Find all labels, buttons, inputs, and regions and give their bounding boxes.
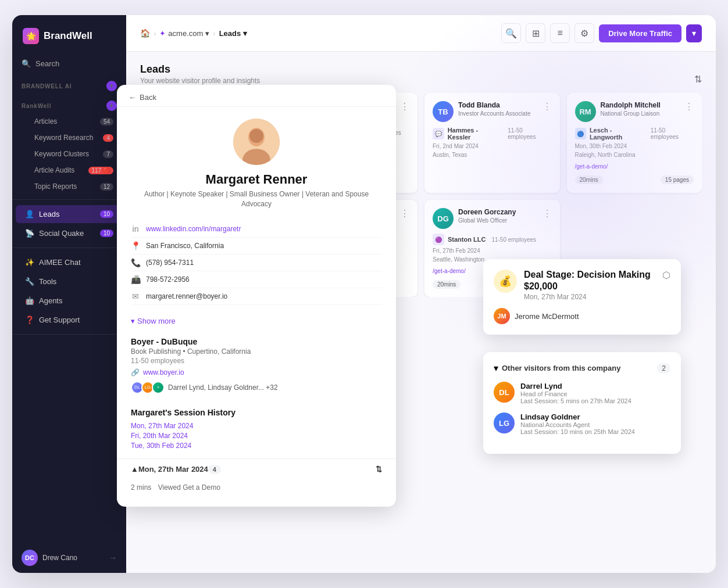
- deal-card[interactable]: 💰 Deal Stage: Decision Making $20,000 Mo…: [483, 259, 681, 335]
- profile-name: Margaret Renner: [129, 172, 384, 187]
- lead-card-todd[interactable]: TB Todd Blanda Investor Accounts Associa…: [424, 93, 560, 193]
- linkedin-link[interactable]: www.linkedin.com/in/margaretr: [146, 225, 241, 233]
- search-button[interactable]: 🔍: [501, 23, 521, 43]
- drive-traffic-dropdown[interactable]: ▾: [686, 24, 702, 42]
- session-section: Margaret's Session History Mon, 27th Mar…: [117, 401, 396, 458]
- info-email: ✉ margaret.renner@boyer.io: [131, 288, 382, 305]
- info-phone2: 📠 798-572-2956: [131, 271, 382, 288]
- company-website[interactable]: 🔗 www.boyer.io: [131, 368, 382, 377]
- sidebar-item-agents[interactable]: 🤖 Agents: [16, 292, 123, 310]
- social-quake-icon: 📡: [25, 229, 34, 238]
- search-item[interactable]: 🔍 Search: [12, 55, 126, 76]
- sort-button[interactable]: ⇅: [694, 74, 702, 85]
- sidebar-item-social-quake[interactable]: 📡 Social Quake 10: [16, 224, 123, 242]
- session-history-title: Margaret's Session History: [131, 408, 382, 417]
- card-menu-button[interactable]: ⋮: [543, 101, 552, 112]
- svg-point-3: [249, 129, 263, 143]
- card-menu-button[interactable]: ⋮: [400, 101, 409, 112]
- aimee-icon: ✨: [25, 258, 34, 267]
- add-brandwell-button[interactable]: +: [106, 81, 117, 91]
- visitor-session: Last Session: 10 mins on 25th Mar 2024: [520, 428, 635, 435]
- leads-icon: 👤: [25, 210, 34, 218]
- deal-icon: 💰: [494, 270, 517, 293]
- company-icon: 🔵: [575, 128, 586, 139]
- main-header: 🏠 › ✦ acme.com ▾ › Leads ▾ 🔍 ⊞ ≡ ⚙ Drive…: [126, 15, 716, 52]
- visitors-count: 2: [657, 363, 670, 374]
- card-link[interactable]: /get-a-demo/: [575, 163, 608, 170]
- back-button[interactable]: ← Back: [117, 85, 396, 107]
- deal-person-avatar: JM: [494, 308, 510, 324]
- leads-subtitle: Your website visitor profile and insight…: [140, 77, 260, 85]
- user-name: Drew Cano: [42, 554, 104, 562]
- company-icon: 🟣: [433, 234, 444, 245]
- sidebar-item-articles[interactable]: Articles 54: [16, 114, 123, 129]
- show-more-button[interactable]: ▾ Show more: [117, 312, 190, 330]
- lead-card-randolph[interactable]: RM Randolph Mitchell National Group Liai…: [567, 93, 702, 193]
- settings-button[interactable]: ⚙: [574, 23, 594, 43]
- info-location: 📍 San Francisco, California: [131, 238, 382, 254]
- add-rankwell-button[interactable]: +: [106, 101, 117, 111]
- sidebar-item-leads[interactable]: 👤 Leads 10: [16, 205, 123, 223]
- card-menu-button[interactable]: ⋮: [543, 208, 552, 219]
- time-badge: 20mins: [433, 280, 461, 289]
- breadcrumb-leads[interactable]: Leads ▾: [219, 29, 248, 38]
- session-entry: 2 mins Viewed Get a Demo: [117, 480, 396, 495]
- sort-session-icon[interactable]: ⇅: [376, 465, 382, 474]
- card-role: Investor Accounts Associate: [458, 110, 538, 117]
- session-date-2[interactable]: Fri, 20th Mar 2024: [131, 432, 382, 440]
- time-badge: 20mins: [575, 175, 603, 184]
- breadcrumb: 🏠 › ✦ acme.com ▾ › Leads ▾: [140, 28, 494, 38]
- card-location: Austin, Texas: [433, 152, 552, 158]
- session-date-1[interactable]: Mon, 27th Mar 2024: [131, 422, 382, 430]
- logout-icon[interactable]: →: [109, 553, 117, 562]
- home-icon[interactable]: 🏠: [140, 28, 150, 38]
- sidebar-item-get-support[interactable]: ❓ Get Support: [16, 311, 123, 329]
- external-link-icon[interactable]: ⬡: [662, 270, 670, 281]
- sidebar-item-topic-reports[interactable]: Topic Reports 12: [16, 179, 123, 194]
- card-link[interactable]: /get-a-demo/: [433, 268, 466, 274]
- company-section-size: 11-50 employees: [131, 357, 382, 365]
- coworker-avatar: +: [152, 381, 165, 394]
- visitor-row-1: DL Darrel Lynd Head of Finance Last Sess…: [494, 382, 670, 404]
- drive-traffic-button[interactable]: Drive More Traffic: [599, 24, 681, 42]
- tools-icon: 🔧: [25, 277, 34, 286]
- sidebar-item-keyword-research[interactable]: Keyword Research 4: [16, 130, 123, 145]
- card-role: National Group Liaison: [601, 110, 680, 117]
- deal-person: JM Jerome McDermott: [494, 308, 670, 324]
- search-icon: 🔍: [22, 59, 31, 68]
- company-icon: 💬: [433, 128, 444, 139]
- company-size: 11-50 employees: [508, 127, 551, 140]
- sidebar-item-article-audits[interactable]: Article Audits 117 🔴: [16, 163, 123, 178]
- grid-view-button[interactable]: ⊞: [526, 23, 545, 43]
- card-role: Global Web Officer: [458, 217, 538, 224]
- company-name: Stanton LLC: [448, 236, 486, 243]
- sidebar-item-aimee-chat[interactable]: ✨ AIMEE Chat: [16, 253, 123, 271]
- brand-logo[interactable]: 🌟 BrandWell: [12, 15, 126, 55]
- card-menu-button[interactable]: ⋮: [400, 208, 409, 219]
- breadcrumb-site[interactable]: ✦ acme.com ▾: [159, 29, 209, 38]
- header-actions: 🔍 ⊞ ≡ ⚙ Drive More Traffic ▾: [501, 23, 702, 43]
- user-profile[interactable]: DC Drew Cano →: [12, 543, 126, 573]
- visitor-avatar-lindsay: LG: [494, 413, 515, 433]
- deal-person-name: Jerome McDermott: [515, 312, 579, 321]
- company-section: Boyer - DuBuque Book Publishing • Cupert…: [117, 330, 396, 401]
- card-date: Mon, 30th Feb 2024: [575, 143, 694, 149]
- list-view-button[interactable]: ≡: [550, 23, 570, 43]
- avatar-doreen: DG: [433, 208, 454, 229]
- sidebar-item-tools[interactable]: 🔧 Tools: [16, 273, 123, 291]
- back-arrow-icon: ←: [129, 93, 136, 102]
- profile-title: Author | Keynote Speaker | Small Busines…: [129, 189, 384, 209]
- visitors-card[interactable]: ▾ Other visitors from this company 2 DL …: [483, 352, 681, 454]
- detail-info: in www.linkedin.com/in/margaretr 📍 San F…: [117, 214, 396, 312]
- avatar-todd: TB: [433, 101, 454, 122]
- avatar-randolph: RM: [575, 101, 596, 122]
- sidebar-item-keyword-clusters[interactable]: Keyword Clusters 7: [16, 146, 123, 162]
- sidebar: 🌟 BrandWell 🔍 Search BRANDWELL AI + Rank…: [12, 15, 126, 573]
- visitor-role: Head of Finance: [520, 390, 631, 397]
- rankwell-section: RankWell +: [12, 96, 126, 113]
- detail-card[interactable]: ← Back Margaret Renner Author | Keynote …: [117, 85, 396, 507]
- deal-date: Mon, 27th Mar 2024: [524, 293, 655, 301]
- session-date-3[interactable]: Tue, 30th Feb 2024: [131, 442, 382, 450]
- card-menu-button[interactable]: ⋮: [684, 101, 694, 112]
- brandwell-section: BRANDWELL AI +: [12, 76, 126, 94]
